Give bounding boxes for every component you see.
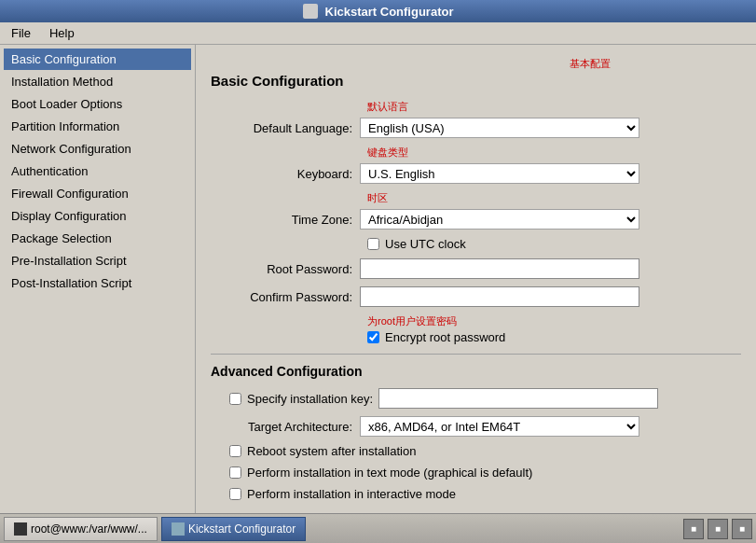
default-language-group: Default Language: English (USA)	[211, 118, 741, 138]
timezone-group: Time Zone: Africa/Abidjan	[211, 209, 741, 230]
reboot-label: Reboot system after installation	[247, 444, 416, 458]
root-password-group: Root Password:	[211, 258, 741, 279]
text-mode-label: Perform installation in text mode (graph…	[247, 466, 532, 480]
taskbar-icon-1: ■	[683, 519, 704, 539]
confirm-password-input[interactable]	[360, 286, 639, 307]
default-language-select[interactable]: English (USA)	[360, 118, 639, 138]
annotation-moren-yuyan: 默认语言	[367, 100, 741, 114]
root-password-input[interactable]	[360, 258, 639, 279]
taskbar-configurator-label: Kickstart Configurator	[188, 522, 296, 536]
menu-file[interactable]: File	[4, 24, 38, 42]
taskbar-icon-2: ■	[708, 519, 728, 539]
annotation-jianpan: 键盘类型	[367, 146, 741, 160]
content-area: 基本配置 Basic Configuration 默认语言 Default La…	[196, 45, 756, 513]
titlebar: Kickstart Configurator	[0, 0, 756, 22]
reboot-row: Reboot system after installation	[229, 444, 741, 458]
utc-checkbox-group: Use UTC clock	[367, 237, 741, 251]
annotation-shiqumiao: 时区	[367, 191, 741, 205]
section-title: Basic Configuration	[211, 73, 741, 89]
keyboard-label: Keyboard:	[211, 167, 360, 181]
install-key-input[interactable]	[378, 388, 658, 409]
divider	[211, 354, 741, 355]
sidebar: Basic Configuration Installation Method …	[0, 45, 196, 513]
confirm-password-group: Confirm Password:	[211, 286, 741, 307]
sidebar-item-boot-loader-options[interactable]: Boot Loader Options	[4, 93, 191, 115]
taskbar: root@www:/var/www/... Kickstart Configur…	[0, 513, 756, 543]
taskbar-configurator[interactable]: Kickstart Configurator	[161, 517, 306, 541]
keyboard-select[interactable]: U.S. English	[360, 163, 639, 184]
sidebar-item-partition-information[interactable]: Partition Information	[4, 116, 191, 137]
target-arch-label: Target Architecture:	[211, 420, 360, 434]
menubar: File Help	[0, 22, 756, 45]
sidebar-item-basic-configuration[interactable]: Basic Configuration	[4, 49, 191, 70]
taskbar-terminal-label: root@www:/var/www/...	[31, 522, 147, 536]
taskbar-icon-3: ■	[732, 519, 752, 539]
timezone-select[interactable]: Africa/Abidjan	[360, 209, 639, 230]
keyboard-group: Keyboard: U.S. English	[211, 163, 741, 184]
install-key-row: Specify installation key:	[211, 388, 741, 409]
sidebar-item-display-configuration[interactable]: Display Configuration	[4, 205, 191, 227]
sidebar-item-package-selection[interactable]: Package Selection	[4, 228, 191, 249]
confirm-password-label: Confirm Password:	[211, 290, 360, 304]
install-key-label: Specify installation key:	[247, 392, 373, 406]
sidebar-item-installation-method[interactable]: Installation Method	[4, 71, 191, 92]
configurator-icon	[172, 522, 185, 536]
sidebar-item-pre-installation-script[interactable]: Pre-Installation Script	[4, 250, 191, 272]
annotation-jiben-peizhi: 基本配置	[570, 58, 611, 69]
encrypt-checkbox-group: Encrypt root password	[367, 330, 741, 344]
sidebar-item-firewall-configuration[interactable]: Firewall Configuration	[4, 183, 191, 204]
reboot-checkbox[interactable]	[229, 445, 241, 457]
root-password-label: Root Password:	[211, 262, 360, 276]
utc-label: Use UTC clock	[385, 237, 466, 251]
text-mode-row: Perform installation in text mode (graph…	[229, 466, 741, 480]
menu-help[interactable]: Help	[42, 24, 82, 42]
interactive-label: Perform installation in interactive mode	[247, 487, 456, 501]
target-arch-select[interactable]: x86, AMD64, or Intel EM64T	[360, 416, 639, 437]
utc-checkbox[interactable]	[367, 238, 379, 250]
timezone-label: Time Zone:	[211, 213, 360, 227]
app-icon	[303, 4, 318, 19]
install-key-checkbox[interactable]	[229, 393, 241, 405]
sidebar-item-authentication[interactable]: Authentication	[4, 160, 191, 182]
taskbar-terminal[interactable]: root@www:/var/www/...	[4, 517, 158, 541]
text-mode-checkbox[interactable]	[229, 466, 241, 479]
advanced-title: Advanced Configuration	[211, 364, 741, 379]
default-language-label: Default Language:	[211, 121, 360, 135]
terminal-icon	[14, 522, 27, 536]
titlebar-title: Kickstart Configurator	[325, 5, 454, 19]
main-area: Basic Configuration Installation Method …	[0, 45, 756, 513]
encrypt-checkbox[interactable]	[367, 331, 379, 343]
interactive-row: Perform installation in interactive mode	[229, 487, 741, 501]
sidebar-item-post-installation-script[interactable]: Post-Installation Script	[4, 272, 191, 294]
target-arch-group: Target Architecture: x86, AMD64, or Inte…	[211, 416, 741, 437]
sidebar-item-network-configuration[interactable]: Network Configuration	[4, 138, 191, 160]
encrypt-label: Encrypt root password	[385, 330, 505, 344]
interactive-checkbox[interactable]	[229, 488, 241, 500]
taskbar-icons: ■ ■ ■	[683, 519, 752, 539]
annotation-root-mima: 为root用户设置密码	[367, 314, 741, 328]
